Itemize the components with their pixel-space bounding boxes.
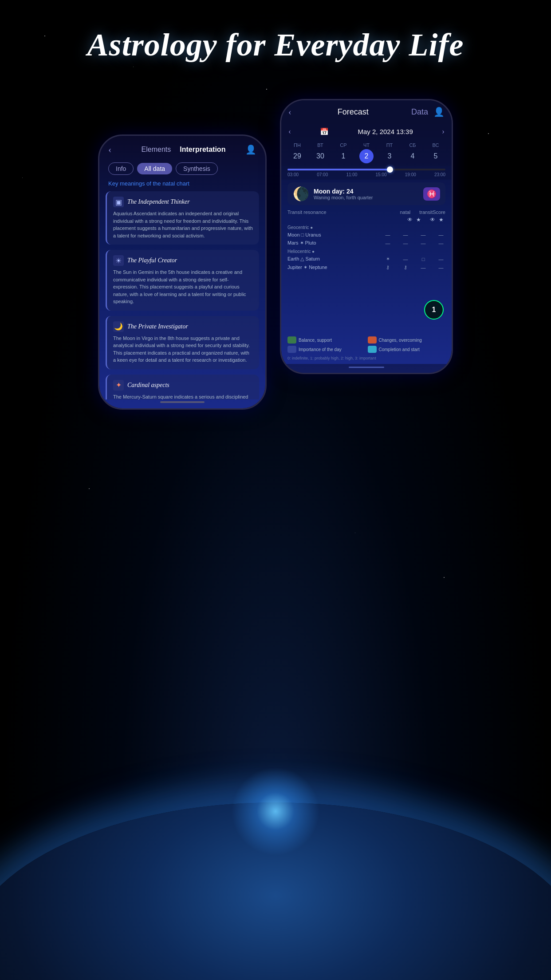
transit-col4: Score (433, 209, 445, 215)
filter-row: Info All data Synthesis (99, 161, 265, 180)
tab-data[interactable]: Data (411, 107, 428, 117)
moon-phase: Waning moon, forth quarter (314, 195, 419, 200)
time-23: 23:00 (434, 172, 445, 177)
legend-completion: Completion and start (368, 346, 446, 353)
legend-note: 0: indefinite, 1: probably high, 2: high… (287, 356, 445, 360)
aspect-row-moon-uranus: Moon □ Uranus — — — — (287, 231, 445, 239)
star (89, 488, 90, 489)
legend-area: Balance, support Changes, overcoming Imp… (287, 336, 445, 360)
transit-col3: transit (419, 209, 433, 215)
weekday-tue: вт 30 (311, 142, 329, 163)
score-badge: 1 (424, 300, 444, 320)
card-2-title: The Playful Creator (127, 257, 177, 264)
aspect-row-mars-pluto: Mars ✶ Pluto — — — — (287, 239, 445, 247)
card-4-title: Cardinal aspects (127, 382, 169, 389)
slider-thumb[interactable] (387, 166, 393, 173)
card-1-title: The Independent Thinker (127, 198, 190, 205)
right-phone: ‹ Forecast Data 👤 ‹ 📅 May 2, 2024 13:39 … (280, 99, 453, 374)
card-3-text: The Moon in Virgo in the 8th house sugge… (113, 335, 253, 364)
legend-importance-text: Importance of the day (299, 347, 342, 352)
right-phone-screen: ‹ Forecast Data 👤 ‹ 📅 May 2, 2024 13:39 … (281, 100, 452, 373)
geocentric-label: Geocentric ● (287, 225, 445, 230)
next-date-button[interactable]: › (442, 127, 445, 136)
legend-completion-text: Completion and start (379, 347, 420, 352)
legend-balance: Balance, support (287, 336, 366, 344)
left-phone-screen: ‹ Elements Interpretation 👤 Info All dat… (99, 136, 265, 408)
card-4: ✦ Cardinal aspects The Mercury-Saturn sq… (106, 375, 259, 400)
bottom-bar-left (99, 399, 265, 408)
time-07: 07:00 (317, 172, 328, 177)
star (355, 533, 355, 533)
moon-info: Moon day: 24 Waning moon, forth quarter (314, 188, 419, 200)
header-tabs: Elements Interpretation (142, 146, 226, 154)
filter-info[interactable]: Info (108, 162, 134, 175)
card-1-icon: ▣ (113, 197, 124, 207)
time-19: 19:00 (405, 172, 416, 177)
star-icon1: ★ (416, 217, 421, 223)
heliocentric-label: Heliocentric ● (287, 249, 445, 254)
icon-sub-row: 👁 ★ 👁 ★ (287, 217, 445, 223)
moon-card: 🌘 Moon day: 24 Waning moon, forth quarte… (287, 182, 445, 205)
key-meanings-label: Key meanings of the natal chart (99, 180, 265, 191)
user-icon[interactable]: 👤 (245, 144, 256, 155)
weekday-sun: вс 5 (427, 142, 445, 163)
card-1-text: Aquarius Ascendant indicates an independ… (113, 210, 253, 239)
weekdays-row: пн 29 вт 30 ср 1 чт 2 пт 3 (281, 140, 452, 166)
moon-day: Moon day: 24 (314, 188, 419, 195)
card-2: ☀ The Playful Creator The Sun in Gemini … (106, 250, 259, 311)
time-11: 11:00 (346, 172, 357, 177)
filter-synthesis[interactable]: Synthesis (176, 162, 218, 175)
left-phone-header: ‹ Elements Interpretation 👤 (99, 136, 265, 161)
moon-icon: 🌘 (293, 186, 309, 202)
card-3: 🌙 The Private Investigator The Moon in V… (106, 316, 259, 369)
tab-forecast[interactable]: Forecast (295, 107, 411, 117)
left-content: ▣ The Independent Thinker Aquarius Ascen… (99, 191, 265, 399)
star (133, 67, 134, 67)
weekday-fri: пт 3 (381, 142, 398, 163)
transit-header: Transit resonance natal transit Score (287, 209, 445, 215)
card-1-title-row: ▣ The Independent Thinker (113, 197, 253, 207)
phones-area: ‹ Elements Interpretation 👤 Info All dat… (0, 99, 551, 410)
left-phone: ‹ Elements Interpretation 👤 Info All dat… (98, 134, 267, 410)
transit-col1: Transit resonance (287, 209, 400, 215)
tab-elements[interactable]: Elements (142, 146, 171, 154)
right-phone-header: ‹ Forecast Data 👤 (281, 100, 452, 123)
star (266, 89, 267, 90)
earth-background (0, 714, 551, 980)
card-4-icon: ✦ (113, 380, 124, 391)
legend-color-blue (287, 346, 296, 353)
legend-color-cyan (368, 346, 377, 353)
time-labels: 03:00 07:00 11:00 15:00 19:00 23:00 (287, 172, 445, 177)
calendar-icon[interactable]: 📅 (320, 127, 329, 136)
right-back-button[interactable]: ‹ (288, 107, 291, 117)
star (444, 577, 445, 578)
time-slider-track[interactable] (287, 169, 445, 170)
card-3-title: The Private Investigator (127, 323, 188, 330)
card-2-title-row: ☀ The Playful Creator (113, 255, 253, 266)
legend-color-red (368, 336, 377, 344)
planets-mars-pluto: Mars ✶ Pluto (287, 240, 350, 246)
aspect-vals-4: ⚷ ⚷ — — (350, 265, 445, 270)
filter-all-data[interactable]: All data (137, 163, 172, 174)
aspect-row-jupiter-neptune: Jupiter ✶ Neptune ⚷ ⚷ — — (287, 263, 445, 272)
home-indicator-right (349, 367, 384, 368)
back-button[interactable]: ‹ (108, 144, 122, 155)
tab-interpretation[interactable]: Interpretation (180, 146, 225, 154)
time-15: 15:00 (376, 172, 387, 177)
right-user-icon[interactable]: 👤 (433, 107, 445, 117)
card-4-text: The Mercury-Saturn square indicates a se… (113, 393, 253, 400)
weekday-mon: пн 29 (288, 142, 306, 163)
home-indicator (160, 401, 205, 403)
transit-table: Transit resonance natal transit Score 👁 … (287, 209, 445, 272)
planets-moon-uranus: Moon □ Uranus (287, 232, 350, 237)
date-nav: ‹ 📅 May 2, 2024 13:39 › (281, 123, 452, 140)
legend-changes: Changes, overcoming (368, 336, 446, 344)
card-2-icon: ☀ (113, 255, 124, 266)
planets-earth-saturn: Earth △ Saturn (287, 256, 350, 262)
weekday-sat: сб 4 (404, 142, 421, 163)
prev-date-button[interactable]: ‹ (288, 127, 291, 136)
moon-badge: ♓ (423, 187, 440, 201)
slider-fill (287, 169, 390, 170)
eye-icon1: 👁 (407, 217, 413, 223)
card-3-title-row: 🌙 The Private Investigator (113, 321, 253, 332)
